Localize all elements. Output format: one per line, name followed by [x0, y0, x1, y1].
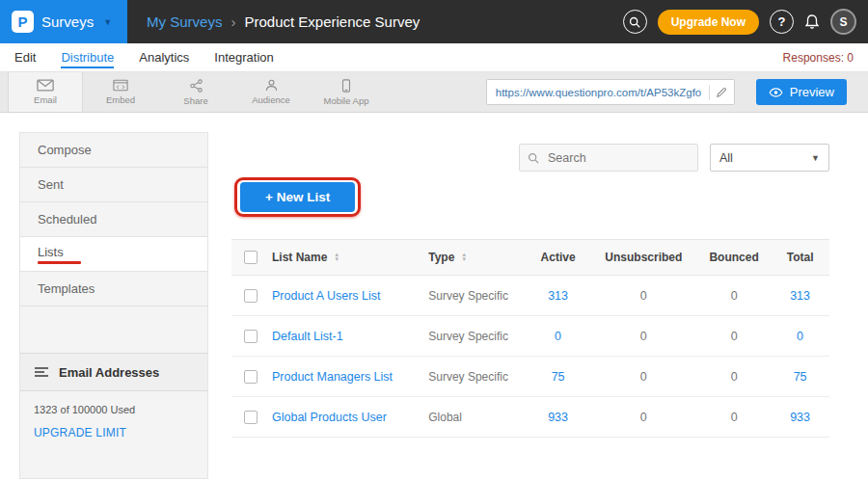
filter-selected-value: All	[719, 151, 733, 165]
total-count[interactable]: 933	[771, 411, 829, 424]
column-header-type[interactable]: Type ▲▼	[428, 251, 526, 264]
app-logo-menu[interactable]: P Surveys ▼	[0, 0, 127, 43]
content-area: Compose Sent Scheduled Lists Templates E…	[0, 113, 868, 479]
tab-integration[interactable]: Integration	[214, 50, 273, 65]
product-name: Surveys	[41, 13, 94, 30]
bell-icon	[804, 13, 820, 30]
mobile-app-icon	[341, 79, 351, 93]
list-type: Survey Specific	[428, 370, 526, 384]
row-checkbox[interactable]	[244, 411, 258, 424]
row-checkbox[interactable]	[244, 330, 258, 343]
unsubscribed-count: 0	[590, 411, 698, 424]
responses-count[interactable]: Responses: 0	[783, 51, 854, 65]
list-name-link[interactable]: Product A Users List	[272, 289, 428, 303]
sidebar-item-sent[interactable]: Sent	[20, 168, 207, 202]
unsubscribed-count: 0	[590, 289, 698, 303]
column-header-active: Active	[527, 251, 590, 264]
sort-icon[interactable]: ▲▼	[334, 253, 339, 262]
list-type: Survey Specific	[428, 289, 526, 303]
eye-icon	[769, 88, 783, 97]
tab-edit[interactable]: Edit	[14, 50, 36, 65]
channel-audience[interactable]: Audience	[233, 72, 309, 112]
lists-table: List Name ▲▼ Type ▲▼ Active Unsubscribed…	[231, 239, 829, 438]
sidebar-item-compose[interactable]: Compose	[20, 133, 207, 168]
email-usage-count: 1323 of 100000 Used	[20, 391, 207, 415]
list-filter-dropdown[interactable]: All ▼	[710, 144, 829, 172]
column-header-total: Total	[771, 251, 829, 264]
channel-list: Email Embed Share Audience Mobile App	[8, 72, 384, 112]
unsubscribed-count: 0	[590, 370, 698, 384]
row-checkbox[interactable]	[244, 370, 258, 384]
column-header-unsubscribed: Unsubscribed	[590, 251, 698, 264]
total-count[interactable]: 313	[771, 289, 829, 303]
upgrade-limit-link[interactable]: UPGRADE LIMIT	[20, 415, 207, 439]
bounced-count: 0	[697, 411, 771, 424]
column-header-bounced: Bounced	[697, 251, 771, 264]
table-row: Product A Users List Survey Specific 313…	[231, 276, 829, 316]
topbar-actions: Upgrade Now ? S	[623, 9, 868, 35]
active-count[interactable]: 313	[527, 289, 590, 303]
table-row: Global Products User Global 933 0 0 933	[231, 397, 829, 438]
list-name-link[interactable]: Default List-1	[272, 330, 428, 343]
total-count[interactable]: 75	[771, 370, 829, 384]
breadcrumb-separator-icon: ›	[231, 13, 235, 30]
email-addresses-title: Email Addresses	[59, 365, 159, 380]
breadcrumb: My Surveys › Product Experience Survey	[147, 13, 420, 30]
sidebar-item-templates[interactable]: Templates	[20, 272, 207, 306]
bounced-count: 0	[697, 289, 771, 303]
sidebar-item-lists[interactable]: Lists	[20, 237, 207, 272]
sort-icon[interactable]: ▲▼	[461, 253, 467, 262]
select-all-checkbox[interactable]	[244, 251, 258, 264]
breadcrumb-current-survey: Product Experience Survey	[244, 13, 420, 30]
top-navigation-bar: P Surveys ▼ My Surveys › Product Experie…	[0, 0, 868, 43]
new-list-row: + New List	[231, 177, 829, 220]
distribute-toolbar: Email Embed Share Audience Mobile App	[0, 72, 868, 113]
list-search-field	[519, 144, 698, 172]
breadcrumb-my-surveys[interactable]: My Surveys	[147, 13, 222, 30]
tab-analytics[interactable]: Analytics	[139, 50, 189, 65]
email-sidebar: Compose Sent Scheduled Lists Templates E…	[19, 132, 208, 479]
search-input[interactable]	[546, 150, 690, 166]
channel-embed[interactable]: Embed	[83, 72, 158, 112]
list-name-link[interactable]: Global Products User	[272, 411, 428, 424]
list-type: Global	[428, 411, 526, 424]
divider	[709, 85, 710, 100]
table-header-row: List Name ▲▼ Type ▲▼ Active Unsubscribed…	[231, 239, 829, 276]
questionpro-logo-icon: P	[12, 11, 34, 33]
survey-url-field	[486, 79, 735, 105]
help-button[interactable]: ?	[770, 10, 794, 34]
tab-distribute[interactable]: Distribute	[61, 50, 114, 65]
unsubscribed-count: 0	[590, 330, 698, 343]
channel-share[interactable]: Share	[158, 72, 233, 112]
column-header-list-name[interactable]: List Name ▲▼	[272, 251, 428, 264]
active-count[interactable]: 75	[527, 370, 590, 384]
active-count[interactable]: 933	[527, 411, 590, 424]
row-checkbox[interactable]	[244, 289, 258, 303]
share-icon	[189, 79, 203, 93]
list-icon	[34, 366, 49, 378]
channel-mobile-app[interactable]: Mobile App	[309, 72, 384, 112]
search-button[interactable]	[623, 10, 647, 34]
channel-email[interactable]: Email	[8, 72, 83, 112]
new-list-button[interactable]: + New List	[240, 182, 355, 212]
upgrade-now-button[interactable]: Upgrade Now	[658, 10, 759, 35]
list-name-link[interactable]: Product Managers List	[272, 370, 428, 384]
lists-panel: All ▼ + New List List Name ▲▼ Type	[231, 132, 829, 479]
embed-icon	[113, 79, 128, 92]
email-icon	[37, 79, 54, 92]
table-row: Product Managers List Survey Specific 75…	[231, 357, 829, 397]
preview-button[interactable]: Preview	[756, 79, 847, 105]
email-addresses-section: Email Addresses	[20, 353, 207, 391]
question-mark-icon: ?	[778, 14, 786, 29]
notifications-button[interactable]	[804, 13, 820, 30]
user-avatar[interactable]: S	[830, 9, 856, 35]
sidebar-item-scheduled[interactable]: Scheduled	[20, 202, 207, 237]
edit-url-button[interactable]	[716, 87, 727, 98]
chevron-down-icon: ▼	[103, 17, 112, 27]
search-icon	[528, 152, 539, 164]
survey-url-input[interactable]	[494, 86, 703, 99]
annotation-highlight-box: + New List	[234, 177, 361, 217]
list-type: Survey Specific	[428, 330, 526, 343]
total-count[interactable]: 0	[771, 330, 829, 343]
active-count[interactable]: 0	[527, 330, 590, 343]
